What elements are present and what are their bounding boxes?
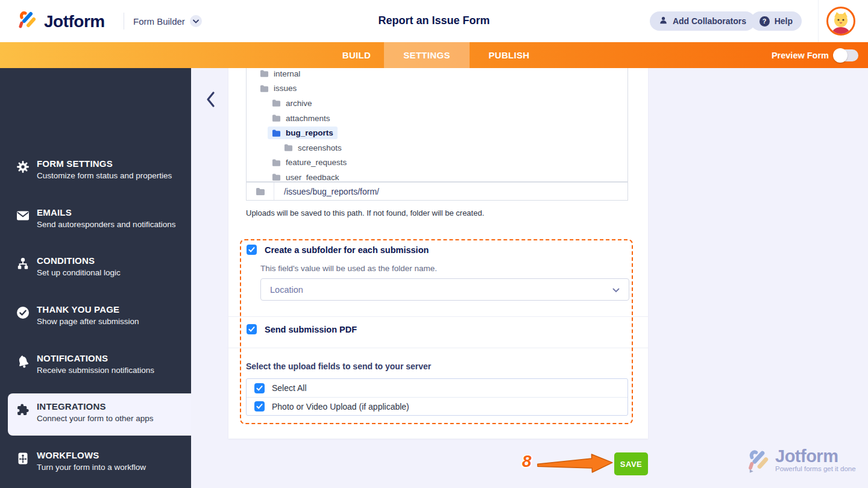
collapse-panel-button[interactable] [205,90,219,110]
sidebar-item-title: INTEGRATIONS [37,401,154,413]
upload-fields-heading: Select the upload fields to send to your… [246,361,431,371]
app-header: Jotform Form Builder Report an Issue For… [0,0,868,42]
sidebar-item-title: THANK YOU PAGE [37,304,139,316]
tree-item-user-feedback[interactable]: user_feedback [247,170,627,182]
envelope-icon [16,208,30,223]
sidebar-item-title: NOTIFICATIONS [37,352,154,364]
tree-item-label: internal [274,69,300,78]
preview-form-label: Preview Form [772,51,829,60]
workflow-icon [16,451,30,466]
select-all-checkbox[interactable] [254,383,265,393]
sidebar-item-desc: Connect your form to other apps [37,413,154,425]
tree-item-label: archive [286,99,312,108]
create-subfolder-checkbox[interactable] [247,245,257,255]
folder-icon [260,69,269,78]
check-circle-icon [16,305,30,320]
puzzle-icon [16,402,30,417]
upload-path-hint: Uploads will be saved to this path. If n… [246,208,484,217]
sidebar-item-title: CONDITIONS [37,255,121,267]
tree-item-bug-reports[interactable]: bug_reports [247,125,627,140]
settings-sidebar: FORM SETTINGSCustomize form status and p… [0,68,191,488]
add-collaborators-label: Add Collaborators [673,16,746,26]
photo-video-upload-row[interactable]: Photo or Video Upload (if applicable) [247,397,627,415]
help-label: Help [775,16,793,26]
subfolder-hint: This field's value will be used as the f… [260,264,437,273]
annotation-step-8: 8 [522,452,532,471]
tree-item-issues[interactable]: issues [247,81,627,96]
folder-icon [272,173,281,181]
jotform-watermark: Jotform Powerful forms get it done [746,447,856,477]
sidebar-item-desc: Receive submission notifications [37,364,154,377]
tree-item-label: issues [274,84,297,93]
tree-item-label: bug_reports [286,128,333,137]
tab-build[interactable]: BUILD [329,42,384,68]
sidebar-item-desc: Set up conditional logic [37,267,121,279]
tree-item-internal[interactable]: internal [247,68,627,81]
tree-item-attachments[interactable]: attachments [247,111,627,126]
select-all-row[interactable]: Select All [247,379,627,397]
header-right-divider [818,0,819,42]
chevron-down-icon [612,284,620,295]
bell-icon [16,354,30,369]
tree-item-archive[interactable]: archive [247,96,627,111]
annotation-arrow [536,452,614,478]
sidebar-item-workflows[interactable]: WORKFLOWSTurn your form into a workflow [0,442,191,484]
sidebar-item-conditions[interactable]: CONDITIONSSet up conditional logic [0,248,191,290]
help-button[interactable]: ? Help [750,11,802,31]
folder-icon-selected [272,129,281,137]
tree-item-label: screenshots [298,143,342,152]
section-divider [228,316,648,317]
section-divider [228,348,648,348]
tree-item-feature-requests[interactable]: feature_requests [247,155,627,170]
help-icon: ? [760,16,770,27]
path-folder-icon [247,183,274,200]
upload-path-input[interactable] [274,183,627,200]
create-subfolder-row: Create a subfolder for each submission [247,245,429,255]
sidebar-item-desc: Turn your form into a workflow [37,461,146,474]
sidebar-item-desc: Send autoresponders and notifications [37,219,175,231]
folder-icon [272,114,281,122]
sidebar-item-title: WORKFLOWS [37,449,146,461]
send-pdf-checkbox[interactable] [247,324,257,334]
tab-settings[interactable]: SETTINGS [384,42,470,68]
builder-navbar: BUILD SETTINGS PUBLISH Preview Form [0,42,868,68]
sidebar-item-title: FORM SETTINGS [37,158,172,170]
person-icon [659,16,668,27]
tree-item-screenshots[interactable]: screenshots [247,140,627,155]
tree-item-label: feature_requests [286,158,347,167]
sitemap-icon [16,257,30,271]
folder-icon [284,143,293,152]
add-collaborators-button[interactable]: Add Collaborators [650,11,755,31]
preview-form-toggle[interactable] [834,49,858,61]
form-builder-page: Jotform Form Builder Report an Issue For… [0,0,868,488]
folder-icon [272,99,281,107]
tab-publish[interactable]: PUBLISH [470,42,549,68]
tree-item-label: attachments [286,114,330,123]
photo-video-upload-label[interactable]: Photo or Video Upload (if applicable) [272,402,409,411]
sidebar-item-thank-you-page[interactable]: THANK YOU PAGEShow page after submission [0,296,191,339]
preview-form-control: Preview Form [772,42,858,68]
integration-settings-card: internal issues archive attachments bug_… [228,68,648,439]
folder-icon [260,84,269,93]
user-avatar[interactable] [826,7,855,36]
create-subfolder-label[interactable]: Create a subfolder for each submission [265,245,429,255]
watermark-brand: Jotform [775,447,856,465]
select-all-label[interactable]: Select All [272,383,307,393]
toggle-knob [833,48,848,63]
folder-tree: internal issues archive attachments bug_… [246,68,628,182]
jotform-watermark-icon [746,447,772,477]
folder-icon [272,158,281,167]
sidebar-item-emails[interactable]: EMAILSSend autoresponders and notificati… [0,199,191,242]
dropdown-selected-value: Location [270,285,303,295]
sidebar-item-notifications[interactable]: NOTIFICATIONSReceive submission notifica… [0,345,191,387]
sidebar-item-integrations[interactable]: INTEGRATIONSConnect your form to other a… [8,393,191,436]
sidebar-item-form-settings[interactable]: FORM SETTINGSCustomize form status and p… [0,151,191,193]
save-button[interactable]: SAVE [614,452,648,475]
gear-icon [16,160,30,174]
sidebar-item-title: EMAILS [37,207,175,219]
send-pdf-label[interactable]: Send submission PDF [265,325,357,334]
folder-name-field-dropdown[interactable]: Location [260,278,629,301]
photo-video-upload-checkbox[interactable] [254,401,265,411]
tree-item-label: user_feedback [286,173,339,182]
upload-path-row [246,182,628,201]
